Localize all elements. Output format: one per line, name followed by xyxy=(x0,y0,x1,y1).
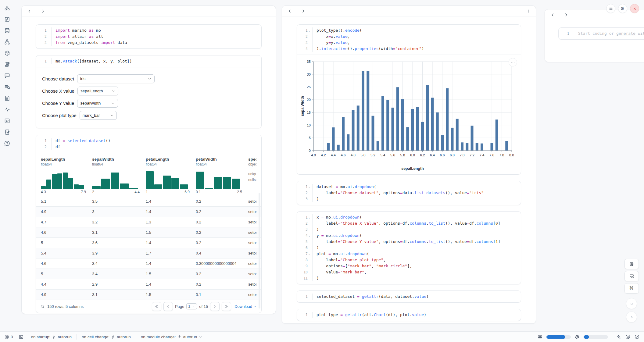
table-search-button[interactable] xyxy=(40,304,45,309)
run-mode-label: on cell change: xyxy=(82,335,109,339)
ai-assistant-button[interactable] xyxy=(616,334,621,340)
chart-actions-button[interactable] xyxy=(509,58,517,66)
run-button[interactable] xyxy=(626,312,637,322)
code-editor[interactable]: 1⌄plot_type().encode(2 x=x.value,3 y=y.v… xyxy=(297,25,521,55)
table-row[interactable]: 4.63.11.50.2setosa xyxy=(36,227,261,237)
table-row[interactable]: 4.93.11.50.1setosa xyxy=(36,289,261,300)
code-editor[interactable]: 1import marimo as mo2import altair as al… xyxy=(36,25,261,48)
add-column-button[interactable] xyxy=(265,8,271,14)
choose-dataset-select[interactable]: iris xyxy=(77,74,155,83)
fold-marker[interactable]: ⌄ xyxy=(308,184,311,190)
lightning-bolt-icon xyxy=(52,335,56,339)
command-palette-button[interactable]: ⌘ xyxy=(624,283,639,294)
first-page-button[interactable] xyxy=(152,302,161,311)
code-editor[interactable]: 1df = selected_dataset()2df xyxy=(36,135,261,153)
generate-with-ai-link[interactable]: generate xyxy=(616,31,635,36)
code-editor[interactable]: 1plot_type = getattr(alt.Chart(df), plot… xyxy=(297,309,521,321)
sidebar-item-datasources[interactable] xyxy=(4,27,11,34)
fold-marker[interactable]: ⌄ xyxy=(308,251,311,257)
code-editor[interactable]: 1⌄x = mo.ui.dropdown(2 label="Choose X v… xyxy=(297,212,521,284)
table-scrollbar[interactable] xyxy=(259,193,260,308)
choose-x-value-select[interactable]: sepalLength xyxy=(77,87,118,95)
bar-chart[interactable]: 4.04.24.44.64.85.05.25.45.65.86.06.26.46… xyxy=(300,59,517,172)
scroll-left-button[interactable] xyxy=(27,8,32,14)
settings-button[interactable]: ⚙ xyxy=(618,4,627,13)
previous-page-button[interactable] xyxy=(163,302,173,311)
scroll-left-button[interactable] xyxy=(550,12,555,17)
line-number: 2 xyxy=(306,34,308,40)
on-startup-setting[interactable]: on startup: autorun xyxy=(31,335,72,339)
chevron-down-icon xyxy=(111,101,115,105)
scroll-right-button[interactable] xyxy=(300,8,306,14)
column-header-sepalLength[interactable]: sepalLengthfloat644.37.9 xyxy=(41,157,92,194)
fold-marker[interactable]: ⌄ xyxy=(308,27,311,34)
last-page-button[interactable] xyxy=(222,302,231,311)
sidebar-item-outline[interactable] xyxy=(4,84,11,91)
sidebar-item-scratchpad[interactable] xyxy=(4,129,11,136)
fold-marker[interactable]: ⌄ xyxy=(308,214,311,220)
choose-plot-type-select[interactable]: mark_bar xyxy=(80,111,117,120)
sidebar-item-documentation[interactable] xyxy=(4,95,11,102)
notebook-menu-button[interactable] xyxy=(606,4,615,13)
code-cell-plot-type: 1plot_type = getattr(alt.Chart(df), plot… xyxy=(297,309,521,321)
on-module-change-setting[interactable]: on module change: autorun xyxy=(141,335,203,339)
table-row[interactable]: 4.73.21.30.2setosa xyxy=(36,217,261,227)
table-row[interactable]: 53.41.50.2setosa xyxy=(36,269,261,279)
connection-status-button[interactable] xyxy=(634,334,640,340)
altair-chart-output[interactable]: 4.04.24.44.64.85.05.25.45.65.86.06.26.46… xyxy=(297,55,521,174)
table-row[interactable]: 4.63.41.40.30000000000000004setosa xyxy=(36,258,261,269)
errors-indicator[interactable]: 0 xyxy=(4,334,13,340)
next-page-button[interactable] xyxy=(210,302,220,311)
layout-toggle-button[interactable] xyxy=(624,271,639,281)
scroll-left-button[interactable] xyxy=(287,8,292,14)
table-cell: 5.1 xyxy=(41,199,92,204)
chevron-right-icon xyxy=(41,9,45,13)
code-editor[interactable]: 1⌄dataset = mo.ui.dropdown(2 label="Choo… xyxy=(297,181,521,205)
column-header-sepalWidth[interactable]: sepalWidthfloat6424.4 xyxy=(92,157,146,194)
search-icon xyxy=(40,304,45,309)
code-cell-dataframe: 1df = selected_dataset()2dfsepalLengthfl… xyxy=(36,135,262,313)
table-row[interactable]: 5.43.91.70.4setosa xyxy=(36,248,261,258)
choose-y-value-select[interactable]: sepalWidth xyxy=(77,99,118,108)
table-row[interactable]: 5.13.51.40.2setosa xyxy=(36,196,261,206)
fold-marker[interactable]: ⌄ xyxy=(308,233,311,239)
sidebar-item-dependency-graph[interactable] xyxy=(4,39,11,45)
page-select[interactable]: 1 xyxy=(186,303,197,309)
svg-text:8.0: 8.0 xyxy=(509,153,514,157)
code-editor[interactable]: 1mo.vstack([dataset, x, y, plot]) xyxy=(36,55,261,67)
sidebar-item-file-explorer[interactable] xyxy=(4,5,11,12)
sidebar-item-chat[interactable] xyxy=(4,73,11,79)
scroll-right-button[interactable] xyxy=(40,8,45,14)
table-row[interactable]: 4.42.91.40.2setosa xyxy=(36,279,261,289)
table-cell: 3.9 xyxy=(92,251,146,255)
menu-icon xyxy=(609,6,613,11)
pgNext-icon xyxy=(213,305,217,308)
stop-button[interactable] xyxy=(626,298,637,309)
column-header-petalLength[interactable]: petalLengthfloat6416.9 xyxy=(146,157,196,194)
on-cell-change-setting[interactable]: on cell change: autorun xyxy=(82,335,131,339)
column-header-species[interactable]: speciesobjectunique:nulls: xyxy=(248,157,256,194)
sidebar-item-logs[interactable] xyxy=(4,61,11,68)
code-placeholder[interactable]: Start coding or generate with AI xyxy=(574,30,644,37)
runtime-config-button[interactable] xyxy=(625,334,631,340)
dropdown-label: Choose Y value xyxy=(42,101,74,106)
terminal-button[interactable] xyxy=(19,334,24,340)
column-header-petalWidth[interactable]: petalWidthfloat640.12.5 xyxy=(196,157,248,194)
table-row[interactable]: 53.61.40.2setosa xyxy=(36,237,261,248)
sidebar-item-snippets[interactable] xyxy=(4,118,11,124)
shutdown-button[interactable] xyxy=(630,4,639,13)
save-button[interactable] xyxy=(624,259,639,269)
sidebar-item-feedback[interactable] xyxy=(4,140,11,147)
sidebar-item-packages[interactable] xyxy=(4,50,11,57)
empty-code-cell[interactable]: 1 Start coding or generate with AI xyxy=(558,27,644,40)
sidebar-item-marimo-file[interactable] xyxy=(4,16,11,23)
sidebar-item-tracing[interactable] xyxy=(4,106,11,113)
line-number: 2 xyxy=(306,190,308,196)
scroll-right-button[interactable] xyxy=(563,12,569,17)
download-button[interactable]: Download xyxy=(234,304,257,309)
code-editor[interactable]: 1selected_dataset = getattr(data, datase… xyxy=(297,291,521,302)
table-cell: 1.4 xyxy=(146,282,196,287)
table-row[interactable]: 4.931.40.2setosa xyxy=(36,206,261,217)
table-cell: 1.4 xyxy=(146,209,196,214)
add-column-button[interactable] xyxy=(525,8,531,14)
